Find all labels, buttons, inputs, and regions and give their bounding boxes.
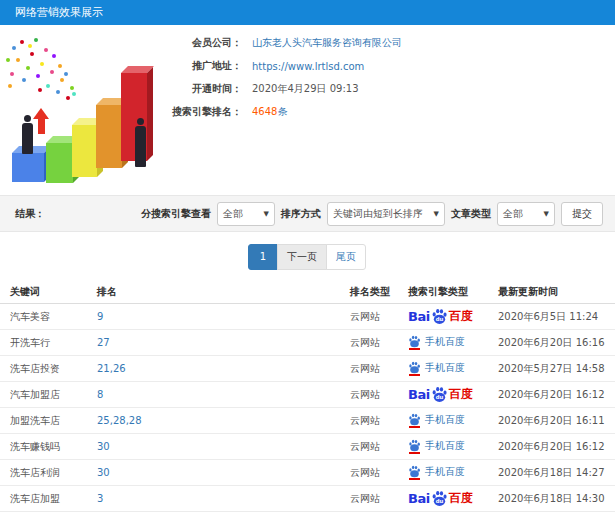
rank-count-number: 4648: [252, 106, 277, 117]
baidu-logo-cn: 百度: [449, 490, 473, 507]
company-link[interactable]: 山东老人头汽车服务咨询有限公司: [252, 36, 402, 50]
baidu-logo[interactable]: Bai du 百度: [408, 386, 473, 403]
engine-filter-label: 分搜索引擎查看: [141, 207, 211, 221]
mobile-baidu-paw-icon: [408, 465, 421, 478]
rank-type-cell: 云网站: [350, 440, 408, 454]
baidu-logo-bai: Bai: [408, 309, 430, 324]
submit-button[interactable]: 提交: [561, 202, 603, 226]
baidu-paw-icon: du: [431, 386, 448, 403]
mobile-baidu-paw-icon: [408, 335, 421, 348]
keyword-cell: 洗车店加盟: [10, 492, 97, 506]
chart-bar-green: [46, 143, 73, 183]
baidu-paw-icon: du: [431, 490, 448, 507]
account-info-panel: 会员公司： 山东老人头汽车服务咨询有限公司 推广地址： https://www.…: [150, 36, 402, 119]
keyword-cell: 洗车店投资: [10, 362, 97, 376]
updated-cell: 2020年5月27日 14:58: [498, 362, 605, 376]
keyword-cell: 开洗车行: [10, 336, 97, 350]
promo-url-link[interactable]: https://www.lrtlsd.com: [252, 61, 402, 72]
table-row: 洗车店投资 21,26 云网站 手机百度 2020年5月27日 14:58: [0, 356, 615, 382]
rank-type-cell: 云网站: [350, 362, 408, 376]
rank-link[interactable]: 3: [97, 493, 350, 504]
rank-link[interactable]: 21,26: [97, 363, 350, 374]
table-header-row: 关键词 排名 排名类型 搜索引擎类型 最新更新时间: [0, 280, 615, 304]
mobile-baidu-link[interactable]: 手机百度: [408, 361, 465, 375]
businessman-figure-right: [132, 118, 148, 168]
pagination: 1 下一页 尾页: [0, 244, 615, 270]
mobile-baidu-link[interactable]: 手机百度: [408, 465, 465, 479]
updated-cell: 2020年6月18日 14:27: [498, 466, 605, 480]
baidu-logo[interactable]: Bai du 百度: [408, 490, 473, 507]
rank-link[interactable]: 8: [97, 389, 350, 400]
rank-link[interactable]: 27: [97, 337, 350, 348]
mobile-baidu-paw-icon: [408, 413, 421, 426]
engine-filter-select[interactable]: 全部 ▼: [217, 202, 275, 226]
table-row: 加盟洗车店 25,28,28 云网站 手机百度 2020年6月20日 16:11: [0, 408, 615, 434]
page-button-1[interactable]: 1: [248, 244, 278, 270]
chart-bar-yellow: [72, 125, 97, 177]
opened-time-label: 开通时间：: [150, 82, 242, 96]
result-label: 结果：: [15, 196, 45, 231]
rank-type-cell: 云网站: [350, 388, 408, 402]
opened-time-value: 2020年4月29日 09:13: [252, 82, 402, 96]
mobile-baidu-label: 手机百度: [425, 439, 465, 453]
updated-cell: 2020年6月20日 16:16: [498, 336, 605, 350]
article-type-value: 全部: [503, 207, 523, 221]
updated-cell: 2020年6月20日 16:11: [498, 414, 605, 428]
mobile-baidu-paw-icon: [408, 439, 421, 452]
rank-count-value[interactable]: 4648条: [252, 105, 402, 119]
header-keyword: 关键词: [10, 285, 97, 299]
header-updated: 最新更新时间: [498, 285, 605, 299]
table-row: 洗车店利润 30 云网站 手机百度 2020年6月18日 14:27: [0, 460, 615, 486]
rank-type-cell: 云网站: [350, 336, 408, 350]
updated-cell: 2020年6月20日 16:12: [498, 440, 605, 454]
businessman-figure-left: [19, 115, 35, 155]
engine-cell: 手机百度: [408, 465, 498, 481]
keyword-cell: 洗车赚钱吗: [10, 440, 97, 454]
table-row: 洗车赚钱吗 30 云网站 手机百度 2020年6月20日 16:12: [0, 434, 615, 460]
engine-cell: 手机百度: [408, 439, 498, 455]
chart-bar-orange: [96, 105, 122, 168]
svg-text:du: du: [435, 316, 443, 322]
updated-cell: 2020年6月5日 11:24: [498, 310, 605, 324]
baidu-logo-cn: 百度: [449, 386, 473, 403]
rank-type-cell: 云网站: [350, 310, 408, 324]
updated-cell: 2020年6月20日 16:12: [498, 388, 605, 402]
mobile-baidu-label: 手机百度: [425, 335, 465, 349]
baidu-logo[interactable]: Bai du 百度: [408, 308, 473, 325]
article-type-select[interactable]: 全部 ▼: [497, 202, 555, 226]
last-page-button[interactable]: 尾页: [326, 244, 366, 270]
engine-cell: Bai du 百度: [408, 308, 498, 325]
mobile-baidu-paw-icon: [408, 361, 421, 374]
mobile-baidu-link[interactable]: 手机百度: [408, 439, 465, 453]
mobile-baidu-link[interactable]: 手机百度: [408, 335, 465, 349]
baidu-logo-bai: Bai: [408, 387, 430, 402]
mobile-baidu-link[interactable]: 手机百度: [408, 413, 465, 427]
article-type-label: 文章类型: [451, 207, 491, 221]
rank-count-label: 搜索引擎排名：: [150, 105, 242, 119]
table-row: 开洗车行 27 云网站 手机百度 2020年6月20日 16:16: [0, 330, 615, 356]
promo-url-label: 推广地址：: [150, 59, 242, 73]
keyword-ranking-table: 关键词 排名 排名类型 搜索引擎类型 最新更新时间 汽车美容 9 云网站 Bai…: [0, 280, 615, 512]
keyword-cell: 洗车店利润: [10, 466, 97, 480]
title-bar: 网络营销效果展示: [0, 0, 615, 25]
rank-link[interactable]: 9: [97, 311, 350, 322]
baidu-logo-bai: Bai: [408, 491, 430, 506]
next-page-button[interactable]: 下一页: [277, 244, 327, 270]
rank-link[interactable]: 30: [97, 467, 350, 478]
engine-cell: 手机百度: [408, 361, 498, 377]
rank-link[interactable]: 30: [97, 441, 350, 452]
rank-type-cell: 云网站: [350, 492, 408, 506]
engine-cell: Bai du 百度: [408, 386, 498, 403]
rank-type-cell: 云网站: [350, 414, 408, 428]
baidu-logo-cn: 百度: [449, 308, 473, 325]
header-rank: 排名: [97, 285, 350, 299]
sort-value: 关键词由短到长排序: [333, 207, 423, 221]
sort-select[interactable]: 关键词由短到长排序 ▼: [327, 202, 445, 226]
table-row: 汽车美容 9 云网站 Bai du 百度 2020年6月5日 11:24: [0, 304, 615, 330]
company-label: 会员公司：: [150, 36, 242, 50]
rank-link[interactable]: 25,28,28: [97, 415, 350, 426]
keyword-cell: 汽车加盟店: [10, 388, 97, 402]
svg-text:du: du: [435, 498, 443, 504]
table-row: 汽车加盟店 8 云网站 Bai du 百度 2020年6月20日 16:12: [0, 382, 615, 408]
engine-cell: 手机百度: [408, 335, 498, 351]
